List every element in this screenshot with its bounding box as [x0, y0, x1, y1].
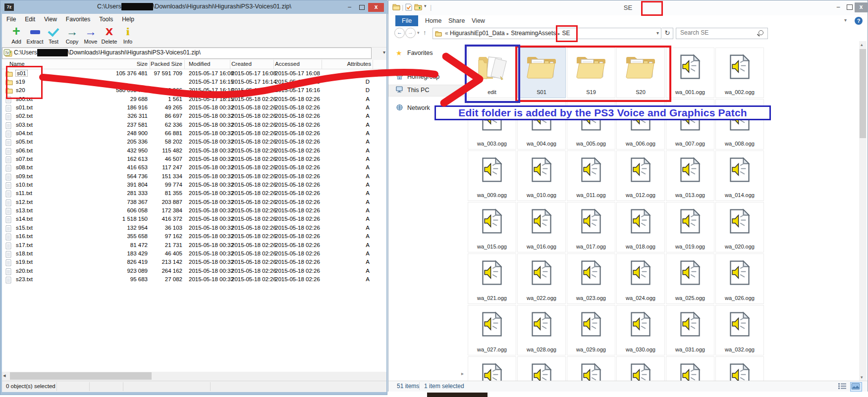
file-row-s08.txt[interactable]: s08.txt416 653117 2472015-05-18 00:32201… [2, 164, 386, 172]
breadcrumb-item-higurashiep01_data[interactable]: HigurashiEp01_Data [450, 30, 505, 37]
refresh-icon[interactable]: ↻ [662, 28, 673, 39]
grid-item-edit[interactable]: edit [468, 48, 516, 98]
minimize-button[interactable]: – [833, 2, 844, 12]
grid-item-wa_001.ogg[interactable]: wa_001.ogg [666, 48, 714, 98]
grid-item-wa_025.ogg[interactable]: wa_025.ogg [666, 253, 714, 304]
cell-modified: 2015-05-18 00:32 [189, 225, 234, 231]
grid-item-wa_027.ogg[interactable]: wa_027.ogg [468, 305, 516, 355]
file-row-s20.txt[interactable]: s20.txt923 089264 1622015-05-18 00:32201… [2, 267, 386, 276]
search-input[interactable] [679, 29, 756, 37]
maximize-button[interactable] [844, 2, 855, 12]
file-row-s01.txt[interactable]: s01.txt186 91649 2652015-05-18 00:322015… [2, 104, 386, 112]
grid-item-s01[interactable]: S01 [517, 48, 566, 98]
grid-item-wa_020.ogg[interactable]: wa_020.ogg [715, 202, 764, 252]
grid-item-wa_029.ogg[interactable]: wa_029.ogg [567, 305, 615, 355]
ribbon-expand-icon[interactable]: ▾ [844, 17, 847, 23]
grid-item-wa_026.ogg[interactable]: wa_026.ogg [715, 253, 764, 304]
grid-item-wa_031.ogg[interactable]: wa_031.ogg [666, 305, 714, 355]
file-row-s13.txt[interactable]: s13.txt606 058172 3842015-05-18 00:32201… [2, 207, 386, 215]
sidebar-item-homegroup[interactable]: Homegroup [388, 72, 465, 83]
grid-item-wa_011.ogg[interactable]: wa_011.ogg [567, 150, 615, 201]
history-dropdown-icon[interactable]: ▾ [417, 30, 420, 35]
scroll-left-icon[interactable]: ◂ [3, 372, 6, 379]
grid-item-clipped[interactable] [567, 356, 615, 381]
grid-item-clipped[interactable] [517, 356, 566, 381]
grid-item-wa_014.ogg[interactable]: wa_014.ogg [715, 150, 764, 201]
grid-item-wa_032.ogg[interactable]: wa_032.ogg [715, 305, 764, 355]
file-row-s04.txt[interactable]: s04.txt248 90066 8812015-05-18 00:322015… [2, 130, 386, 138]
cell-name: s23.txt [16, 276, 33, 282]
file-row-s06.txt[interactable]: s06.txt432 950115 4822015-05-18 00:32201… [2, 147, 386, 155]
file-row-s11.txt[interactable]: s11.txt281 33381 3552015-05-18 00:322015… [2, 190, 386, 198]
cell-created: 2015-05-18 02:26 [231, 268, 276, 274]
file-row-s00.txt[interactable]: s00.txt29 6881 5612015-05-17 18:152015-0… [2, 96, 386, 104]
up-button[interactable]: ↑ [423, 29, 427, 36]
scroll-up-icon[interactable]: ▴ [861, 42, 863, 47]
grid-item-clipped[interactable] [468, 356, 516, 381]
horizontal-scrollbar[interactable]: ◂ [2, 372, 386, 380]
navpane-scrollbar[interactable]: ▸ [390, 371, 465, 378]
vertical-scrollbar[interactable]: ▴ ▾ [859, 41, 867, 381]
file-row-s05.txt[interactable]: s05.txt205 33658 2022015-05-18 00:322015… [2, 138, 386, 147]
grid-item-s19[interactable]: S19 [567, 48, 615, 98]
grid-item-wa_028.ogg[interactable]: wa_028.ogg [517, 305, 566, 355]
grid-item-wa_002.ogg[interactable]: wa_002.ogg [715, 48, 764, 98]
close-button[interactable]: x [855, 2, 868, 12]
help-icon[interactable]: ? [855, 17, 863, 25]
grid-item-wa_023.ogg[interactable]: wa_023.ogg [567, 253, 615, 304]
file-row-s14.txt[interactable]: s14.txt1 518 150416 3722015-05-18 00:322… [2, 215, 386, 224]
grid-item-wa_017.ogg[interactable]: wa_017.ogg [567, 202, 615, 252]
grid-item-wa_021.ogg[interactable]: wa_021.ogg [468, 253, 516, 304]
grid-item-wa_010.ogg[interactable]: wa_010.ogg [517, 150, 566, 201]
details-view-button[interactable] [837, 382, 848, 391]
address-dropdown-icon[interactable]: ▾ [656, 28, 659, 38]
grid-item-wa_009.ogg[interactable]: wa_009.ogg [468, 150, 516, 201]
file-row-s20[interactable]: s20580 093 725543 383 9662015-05-17 16:1… [2, 87, 386, 95]
address-bar[interactable]: « HigurashiEp01_Data▸StreamingAssets▸SE … [433, 28, 661, 39]
file-row-s19.txt[interactable]: s19.txt826 419213 1422015-05-18 00:32201… [2, 258, 386, 267]
thumbnail-view-button[interactable] [850, 382, 862, 392]
file-row-s19[interactable]: s192015-05-17 16:152015-05-17 16:142015-… [2, 78, 386, 87]
breadcrumb-item-se[interactable]: SE [562, 30, 570, 37]
file-row-s09.txt[interactable]: s09.txt564 736151 3342015-05-18 00:32201… [2, 173, 386, 181]
file-row-s16.txt[interactable]: s16.txt355 65897 1622015-05-18 00:322015… [2, 233, 386, 241]
tab-view[interactable]: View [465, 15, 491, 26]
back-button[interactable]: ← [394, 28, 405, 38]
grid-item-clipped[interactable] [616, 356, 665, 381]
grid-item-wa_012.ogg[interactable]: wa_012.ogg [616, 150, 665, 201]
grid-item-wa_018.ogg[interactable]: wa_018.ogg [616, 202, 665, 252]
file-row-s10.txt[interactable]: s10.txt391 80499 7742015-05-18 00:322015… [2, 181, 386, 190]
grid-item-wa_013.ogg[interactable]: wa_013.ogg [666, 150, 714, 201]
search-box[interactable] [676, 28, 768, 39]
file-row-s03.txt[interactable]: s03.txt237 58162 3362015-05-18 00:322015… [2, 121, 386, 130]
sidebar-item-this-pc[interactable]: This PC [388, 85, 465, 97]
grid-item-s20[interactable]: S20 [616, 48, 665, 98]
grid-item-wa_016.ogg[interactable]: wa_016.ogg [517, 202, 566, 252]
scrollbar-thumb[interactable] [860, 49, 866, 138]
file-row-s15.txt[interactable]: s15.txt132 95436 1032015-05-18 00:322015… [2, 224, 386, 233]
breadcrumb-item-streamingassets[interactable]: StreamingAssets [511, 30, 556, 37]
grid-item-clipped[interactable] [666, 356, 714, 381]
file-row-s17.txt[interactable]: s17.txt81 47221 7312015-05-18 00:322015-… [2, 242, 386, 250]
file-row-s07.txt[interactable]: s07.txt162 61346 5072015-05-18 00:322015… [2, 155, 386, 164]
file-row-s02.txt[interactable]: s02.txt326 31186 6972015-05-18 00:322015… [2, 112, 386, 121]
grid-item-clipped[interactable] [715, 356, 764, 381]
grid-item-wa_022.ogg[interactable]: wa_022.ogg [517, 253, 566, 304]
sidebar-item-favorites[interactable]: ★Favorites [388, 48, 465, 59]
file-row-s18.txt[interactable]: s18.txt183 42946 4052015-05-18 00:322015… [2, 250, 386, 258]
file-row-s01[interactable]: s01105 376 48197 591 7092015-05-17 16:08… [2, 70, 386, 78]
scroll-down-icon[interactable]: ▾ [861, 375, 863, 380]
grid-item-wa_024.ogg[interactable]: wa_024.ogg [616, 253, 665, 304]
grid-item-wa_015.ogg[interactable]: wa_015.ogg [468, 202, 516, 252]
forward-button[interactable]: → [405, 28, 416, 38]
tab-file[interactable]: File [395, 15, 418, 26]
grid-item-wa_019.ogg[interactable]: wa_019.ogg [666, 202, 714, 252]
file-row-s23.txt[interactable]: s23.txt95 68327 0822015-05-18 00:322015-… [2, 276, 386, 284]
grid-item-label: S01 [518, 89, 565, 95]
file-row-s12.txt[interactable]: s12.txt738 367203 8872015-05-18 00:32201… [2, 198, 386, 207]
grid-item-wa_030.ogg[interactable]: wa_030.ogg [616, 305, 665, 355]
audio-file-icon [518, 157, 565, 185]
scrollbar-thumb[interactable] [10, 372, 152, 380]
breadcrumb-overflow-chevron[interactable]: « [445, 30, 448, 37]
scroll-right-icon[interactable]: ▸ [461, 371, 464, 376]
